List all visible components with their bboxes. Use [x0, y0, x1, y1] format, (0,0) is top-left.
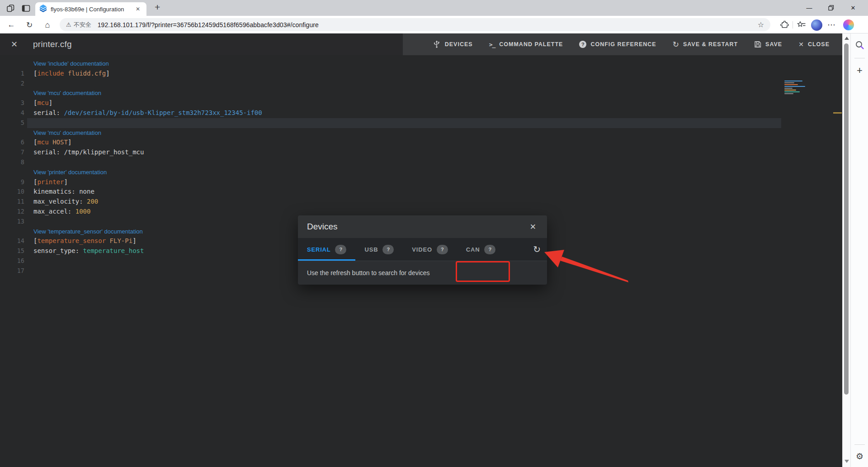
- devices-button[interactable]: DEVICES: [433, 40, 473, 48]
- favorites-bar-icon[interactable]: [796, 19, 807, 31]
- window-close-button[interactable]: ✕: [843, 0, 863, 15]
- editor-line: 1[include fluidd.cfg]: [0, 69, 842, 79]
- dialog-close-icon[interactable]: ✕: [528, 221, 538, 233]
- line-number: 3: [0, 98, 24, 108]
- screen: flyos-83b69e | Configuration ✕ + — ✕ ← ↻…: [0, 0, 868, 467]
- editor-line: 4serial: /dev/serial/by-id/usb-Klipper_s…: [0, 108, 842, 118]
- devices-tab-serial[interactable]: SERIAL?: [298, 238, 355, 261]
- extensions-icon[interactable]: [778, 19, 790, 31]
- sidebar-settings-gear-icon[interactable]: ⚙: [851, 450, 868, 462]
- line-number: [0, 227, 24, 237]
- tab-label: SERIAL: [307, 246, 330, 253]
- sidebar-divider-bottom: [854, 444, 865, 445]
- scroll-up-arrow[interactable]: [844, 37, 849, 40]
- doc-link-row: View 'include' documentation: [0, 59, 842, 69]
- address-bar[interactable]: ⚠ 不安全 192.168.101.179/f/?printer=36756b1…: [60, 18, 770, 31]
- save-restart-button[interactable]: ↻SAVE & RESTART: [673, 41, 738, 48]
- button-label: CLOSE: [808, 41, 830, 48]
- workspaces-icon[interactable]: [5, 3, 15, 13]
- line-number: [0, 167, 24, 177]
- window-minimize-button[interactable]: —: [799, 0, 820, 15]
- fluidd-app: ✕ printer.cfg DEVICES>_COMMAND PALETTE?C…: [0, 33, 842, 467]
- config-doc-link[interactable]: View 'include' documentation: [33, 60, 109, 67]
- close-button[interactable]: ✕CLOSE: [798, 41, 830, 48]
- scroll-down-arrow[interactable]: [844, 460, 849, 463]
- line-number: 11: [0, 197, 24, 207]
- devices-tab-video[interactable]: VIDEO?: [403, 238, 457, 261]
- line-number: 12: [0, 207, 24, 217]
- editor-title-area: ✕ printer.cfg: [0, 33, 403, 55]
- file-name-title: printer.cfg: [33, 39, 72, 49]
- sidebar-search-icon[interactable]: [851, 39, 868, 52]
- window-restore-button[interactable]: [821, 0, 841, 15]
- url-text[interactable]: 192.168.101.179/f/?printer=36756b12459d5…: [98, 21, 754, 29]
- line-number: 10: [0, 187, 24, 197]
- favorite-star-icon[interactable]: ☆: [758, 20, 764, 29]
- config-doc-link[interactable]: View 'printer' documentation: [33, 169, 107, 176]
- config-reference-button[interactable]: ?CONFIG REFERENCE: [579, 41, 656, 48]
- line-number: [0, 59, 24, 69]
- help-badge[interactable]: ?: [382, 245, 394, 254]
- button-label: SAVE: [765, 41, 782, 48]
- devices-dialog-header: Devices ✕: [298, 215, 547, 238]
- button-label: CONFIG REFERENCE: [590, 41, 656, 48]
- line-number: 16: [0, 256, 24, 266]
- refresh-icon[interactable]: ↻: [24, 19, 35, 31]
- minimap[interactable]: [784, 80, 813, 107]
- overview-ruler-mark: [833, 112, 842, 114]
- edge-sidebar-rail: + ⚙: [850, 33, 868, 467]
- line-number: 5: [0, 118, 24, 128]
- line-number: 15: [0, 246, 24, 256]
- editor-line: 10kinematics: none: [0, 187, 842, 197]
- fluidd-favicon: [40, 5, 47, 14]
- current-line-highlight: [27, 118, 781, 128]
- line-number: 1: [0, 69, 24, 79]
- doc-link-row: View 'printer' documentation: [0, 167, 842, 177]
- more-menu-icon[interactable]: ⋯: [826, 19, 837, 31]
- browser-nav-bar: ← ↻ ⌂ ⚠ 不安全 192.168.101.179/f/?printer=3…: [0, 16, 868, 33]
- profile-avatar[interactable]: [810, 19, 823, 31]
- line-number: [0, 128, 24, 138]
- config-editor-toolbar: ✕ printer.cfg DEVICES>_COMMAND PALETTE?C…: [0, 33, 842, 55]
- refresh-devices-icon[interactable]: ↻: [533, 238, 541, 261]
- browser-scrollbar[interactable]: [842, 33, 850, 467]
- devices-tab-can[interactable]: CAN?: [457, 238, 505, 261]
- line-number: [0, 88, 24, 98]
- save-button[interactable]: SAVE: [754, 41, 782, 48]
- devices-tab-usb[interactable]: USB?: [355, 238, 403, 261]
- save-icon: [754, 41, 761, 48]
- help-badge[interactable]: ?: [335, 245, 346, 254]
- command-palette-button[interactable]: >_COMMAND PALETTE: [489, 41, 563, 48]
- copilot-icon[interactable]: [842, 19, 855, 31]
- config-doc-link[interactable]: View 'temperature_sensor' documentation: [33, 228, 143, 235]
- editor-line: 9[printer]: [0, 177, 842, 187]
- help-badge[interactable]: ?: [437, 245, 448, 254]
- dialog-title: Devices: [307, 222, 528, 232]
- doc-link-row: View 'mcu' documentation: [0, 88, 842, 98]
- editor-line: 7serial: /tmp/klipper_host_mcu: [0, 148, 842, 157]
- editor-close-x-icon[interactable]: ✕: [7, 38, 21, 51]
- home-icon[interactable]: ⌂: [42, 19, 53, 31]
- browser-tab[interactable]: flyos-83b69e | Configuration ✕: [35, 2, 146, 16]
- config-doc-link[interactable]: View 'mcu' documentation: [33, 90, 101, 96]
- button-label: COMMAND PALETTE: [499, 41, 563, 48]
- line-number: 7: [0, 148, 24, 157]
- tab-label: VIDEO: [412, 246, 432, 253]
- doc-link-row: View 'mcu' documentation: [0, 128, 842, 138]
- config-doc-link[interactable]: View 'mcu' documentation: [33, 129, 101, 136]
- devices-dialog: Devices ✕ SERIAL?USB?VIDEO?CAN?↻ Use the…: [298, 215, 547, 284]
- line-number: 17: [0, 266, 24, 276]
- tab-close-icon[interactable]: ✕: [134, 5, 142, 13]
- sidebar-divider: [854, 58, 865, 58]
- annotation-highlight-box: [456, 261, 510, 282]
- scrollbar-thumb[interactable]: [844, 43, 849, 395]
- tab-actions-icon[interactable]: [21, 3, 31, 13]
- help-badge[interactable]: ?: [484, 245, 495, 254]
- back-icon[interactable]: ←: [5, 19, 17, 31]
- help-circle-icon: ?: [579, 41, 586, 48]
- sidebar-add-icon[interactable]: +: [851, 64, 868, 77]
- new-tab-button[interactable]: +: [151, 2, 164, 13]
- security-status[interactable]: ⚠ 不安全: [66, 21, 91, 29]
- line-number: 13: [0, 217, 24, 227]
- close-icon: ✕: [798, 41, 804, 48]
